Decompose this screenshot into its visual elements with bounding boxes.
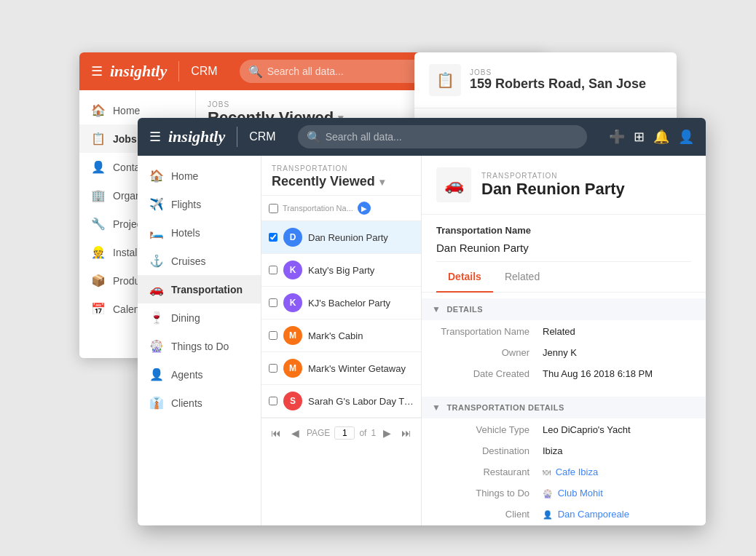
transport-chevron-icon: ▼ — [432, 402, 441, 413]
front-sidebar-transportation[interactable]: 🚗 Transportation — [138, 275, 261, 303]
list-item-5[interactable]: S Sarah G's Labor Day Tr... — [261, 385, 421, 418]
back-detail-title-area: JOBS 159 Roberts Road, San Jose — [470, 68, 646, 92]
page-last-btn[interactable]: ⏭ — [398, 426, 414, 440]
transport-restaurant-value: 🍽 Cafe Ibiza — [537, 462, 694, 482]
front-search-bar[interactable]: 🔍 — [298, 125, 587, 148]
front-sidebar-flights[interactable]: ✈️ Flights — [138, 190, 261, 218]
tab-details[interactable]: Details — [436, 262, 493, 293]
transport-name-label: Transportation Name — [436, 215, 691, 239]
list-item-0[interactable]: D Dan Reunion Party — [261, 221, 421, 254]
front-sidebar-cruises[interactable]: ⚓ Cruises — [138, 247, 261, 275]
front-clients-icon: 👔 — [149, 396, 164, 410]
back-detail-header: 📋 JOBS 159 Roberts Road, San Jose — [414, 52, 677, 108]
detail-row-owner: Owner Jenny K — [433, 343, 694, 362]
detail-front-title-area: TRANSPORTATION Dan Reunion Party — [481, 172, 625, 199]
back-detail-subtitle: JOBS — [470, 68, 646, 76]
details-table: Transportation Name Related Owner Jenny … — [432, 320, 696, 385]
list-item-2[interactable]: K KJ's Bachelor Party — [261, 287, 421, 319]
list-item-1-name: Katy's Big Party — [308, 265, 374, 276]
tab-related[interactable]: Related — [493, 262, 551, 293]
list-item-0-name: Dan Reunion Party — [308, 232, 388, 243]
back-detail-title: 159 Roberts Road, San Jose — [470, 76, 646, 92]
list-item-5-checkbox[interactable] — [269, 397, 277, 405]
list-item-2-checkbox[interactable] — [269, 298, 277, 307]
transport-section-bar[interactable]: ▼ TRANSPORTATION DETAILS — [422, 397, 706, 418]
detail-tabs: Details Related — [422, 262, 706, 293]
detail-front-section-label: TRANSPORTATION — [481, 172, 625, 180]
page-number-input[interactable] — [334, 426, 355, 440]
list-item-4[interactable]: M Mark's Winter Getaway — [261, 352, 421, 385]
list-item-5-name: Sarah G's Labor Day Tr... — [308, 396, 414, 407]
projects-icon: 🔧 — [91, 217, 106, 231]
list-item-1[interactable]: K Katy's Big Party — [261, 254, 421, 287]
list-item-0-avatar: D — [283, 228, 302, 247]
list-item-3-avatar: M — [283, 326, 302, 345]
transport-section-label: TRANSPORTATION DETAILS — [446, 403, 564, 412]
restaurant-link[interactable]: Cafe Ibiza — [556, 466, 599, 477]
list-pagination: ⏮ ◀ PAGE of 1 ▶ ⏭ — [261, 418, 421, 448]
transport-vehicle-value: Leo DiCaprio's Yacht — [537, 420, 694, 440]
of-value: 1 — [371, 428, 376, 438]
transport-table: Vehicle Type Leo DiCaprio's Yacht Destin… — [432, 418, 696, 525]
front-grid-icon[interactable]: ⊞ — [634, 129, 645, 145]
front-divider — [237, 127, 237, 147]
list-item-4-checkbox[interactable] — [269, 364, 277, 373]
front-sidebar-dining[interactable]: 🍷 Dining — [138, 303, 261, 332]
front-sidebar-things[interactable]: 🎡 Things to Do — [138, 332, 261, 360]
list-item-1-checkbox[interactable] — [269, 266, 277, 274]
front-sidebar: 🏠 Home ✈️ Flights 🛏️ Hotels ⚓ Cruises 🚗 — [138, 156, 261, 525]
list-select-all-checkbox[interactable] — [269, 204, 278, 213]
detail-transport-name-value: Related — [537, 322, 694, 341]
front-add-icon[interactable]: ➕ — [609, 129, 625, 145]
transport-client-value: 👤 Dan Camporeale — [537, 504, 694, 524]
transport-fields-area: Vehicle Type Leo DiCaprio's Yacht Destin… — [422, 418, 706, 525]
contacts-icon: 👤 — [91, 160, 106, 174]
transport-row-destination: Destination Ibiza — [433, 441, 694, 461]
list-item-3-name: Mark's Cabin — [308, 330, 363, 341]
list-panel: TRANSPORTATION Recently Viewed ▾ Transpo… — [261, 156, 422, 525]
details-section-bar[interactable]: ▼ DETAILS — [422, 298, 706, 320]
back-logo: insightly — [110, 62, 167, 81]
hamburger-icon[interactable]: ☰ — [91, 63, 103, 79]
back-search-input[interactable] — [267, 65, 418, 77]
page-prev-btn[interactable]: ◀ — [288, 426, 302, 440]
organizations-icon: 🏢 — [91, 188, 106, 202]
list-item-0-checkbox[interactable] — [269, 233, 277, 242]
list-item-4-avatar: M — [283, 359, 302, 378]
list-item-3[interactable]: M Mark's Cabin — [261, 319, 421, 352]
front-search-icon: 🔍 — [307, 130, 321, 144]
front-sidebar-home[interactable]: 🏠 Home — [138, 162, 261, 190]
list-item-3-checkbox[interactable] — [269, 331, 277, 340]
transport-restaurant-label: Restaurant — [433, 462, 535, 482]
front-search-input[interactable] — [326, 131, 578, 143]
front-hamburger-icon[interactable]: ☰ — [149, 129, 161, 145]
front-top-icons: ➕ ⊞ 🔔 👤 — [609, 129, 694, 145]
list-item-4-name: Mark's Winter Getaway — [308, 363, 406, 374]
front-dining-icon: 🍷 — [149, 311, 164, 325]
detail-transport-name-label: Transportation Name — [433, 322, 535, 341]
front-hotels-icon: 🛏️ — [149, 226, 164, 239]
list-expand-button[interactable]: ▶ — [358, 202, 371, 215]
front-user-icon[interactable]: 👤 — [678, 129, 694, 145]
home-icon: 🏠 — [91, 103, 106, 117]
back-search-bar[interactable]: 🔍 — [240, 60, 427, 83]
front-sidebar-agents[interactable]: 👤 Agents — [138, 360, 261, 389]
front-transportation-icon: 🚗 — [149, 282, 164, 296]
front-bell-icon[interactable]: 🔔 — [653, 129, 669, 145]
details-chevron-icon: ▼ — [432, 304, 441, 314]
list-col-label: Transportation Na... — [283, 204, 353, 213]
things-link[interactable]: Club Mohit — [558, 488, 603, 499]
front-sidebar-hotels[interactable]: 🛏️ Hotels — [138, 218, 261, 247]
client-link[interactable]: Dan Camporeale — [558, 509, 629, 520]
page-next-btn[interactable]: ▶ — [380, 426, 394, 440]
detail-front-panel: 🚗 TRANSPORTATION Dan Reunion Party Trans… — [422, 156, 706, 525]
front-home-icon: 🏠 — [149, 169, 164, 183]
front-topbar: ☰ insightly CRM 🔍 ➕ ⊞ 🔔 👤 — [138, 118, 706, 156]
transport-name-value: Dan Reunion Party — [436, 242, 691, 262]
back-crm-label: CRM — [191, 65, 217, 78]
front-sidebar-clients[interactable]: 👔 Clients — [138, 389, 261, 417]
list-item-5-avatar: S — [283, 392, 302, 410]
page-first-btn[interactable]: ⏮ — [268, 426, 284, 440]
list-dropdown-arrow[interactable]: ▾ — [379, 176, 385, 188]
transport-dest-label: Destination — [433, 441, 535, 461]
